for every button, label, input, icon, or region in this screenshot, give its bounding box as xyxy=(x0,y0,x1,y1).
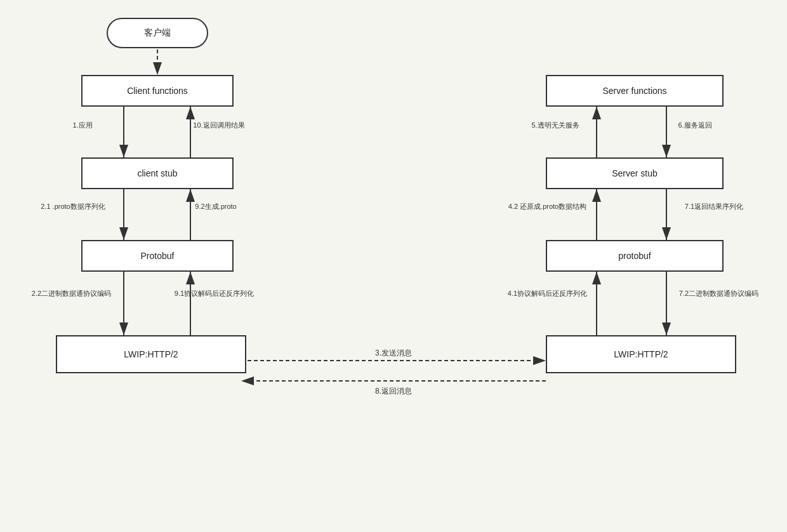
diagram-container: 客户端 Client functions 1.应用 10.返回调用结果 clie… xyxy=(0,0,787,532)
protobuf-right-box: protobuf xyxy=(546,240,724,272)
label-r2: 6.服务返回 xyxy=(666,121,724,130)
label-r5: 4.1协议解码后还反序列化 xyxy=(501,289,593,298)
client-functions-box: Client functions xyxy=(81,75,234,107)
label-r1: 5.透明无关服务 xyxy=(520,121,590,130)
protobuf-left-box: Protobuf xyxy=(81,240,234,272)
label-l1: 1.应用 xyxy=(57,121,108,130)
lwip-right-box: LWIP:HTTP/2 xyxy=(546,335,736,373)
label-r4: 7.1返回结果序列化 xyxy=(673,202,755,211)
lwip-left-box: LWIP:HTTP/2 xyxy=(56,335,246,373)
label-send: 3.发送消息 xyxy=(355,348,432,359)
label-l4: 9.2生成.proto xyxy=(184,202,248,211)
label-l2: 10.返回调用结果 xyxy=(184,121,254,130)
label-return: 8.返回消息 xyxy=(355,386,432,397)
label-r3: 4.2 还原成.proto数据结构 xyxy=(501,202,593,211)
client-stub-box: client stub xyxy=(81,157,234,189)
label-l5: 2.2二进制数据通协议编码 xyxy=(25,289,117,298)
label-l6: 9.1协议解码后还反序列化 xyxy=(165,289,263,298)
label-r6: 7.2二进制数据通协议编码 xyxy=(673,289,765,298)
server-stub-box: Server stub xyxy=(546,157,724,189)
server-functions-box: Server functions xyxy=(546,75,724,107)
label-l3: 2.1 .proto数据序列化 xyxy=(32,202,114,211)
client-node: 客户端 xyxy=(107,18,208,48)
